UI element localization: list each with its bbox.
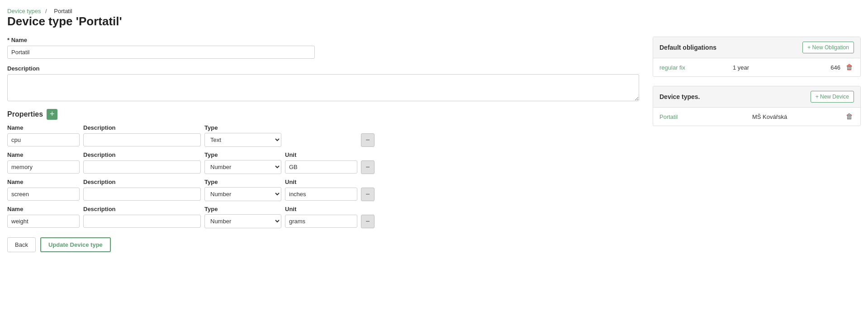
- property-unit-input-4[interactable]: [285, 215, 357, 228]
- property-description-input-1[interactable]: [83, 133, 201, 146]
- col-name-label-1: Name: [7, 124, 80, 131]
- device-type-name-link[interactable]: Portatil: [659, 113, 748, 120]
- property-row: Text Number −: [7, 187, 639, 201]
- property-description-input-4[interactable]: [83, 215, 201, 228]
- property-header-row-4: Name Description Type Unit: [7, 206, 639, 212]
- new-obligation-button[interactable]: + New Obligation: [802, 42, 854, 53]
- add-property-button[interactable]: +: [47, 109, 57, 120]
- description-field-group: Description: [7, 65, 639, 103]
- property-row: Text Number −: [7, 214, 639, 228]
- obligation-name-link[interactable]: regular fix: [659, 64, 728, 71]
- name-field-group: * Name: [7, 37, 639, 59]
- name-label: * Name: [7, 37, 639, 43]
- col-unit-label-3: Unit: [285, 179, 357, 185]
- left-panel: * Name Description Properties + Name Des…: [7, 37, 639, 252]
- breadcrumb-parent[interactable]: Device types: [7, 8, 41, 14]
- col-type-label-3: Type: [204, 179, 281, 185]
- page-title: Device type 'Portatil': [7, 14, 861, 28]
- description-input[interactable]: [7, 74, 639, 101]
- property-name-input-4[interactable]: [7, 215, 80, 228]
- device-types-panel-title: Device types.: [659, 93, 700, 100]
- property-type-select-4[interactable]: Text Number: [204, 214, 281, 228]
- col-unit-label-1: [285, 124, 357, 131]
- remove-property-button-1[interactable]: −: [361, 133, 375, 147]
- col-unit-label-2: Unit: [285, 151, 357, 158]
- property-description-input-2[interactable]: [83, 160, 201, 174]
- remove-property-button-4[interactable]: −: [361, 215, 375, 228]
- new-device-button[interactable]: + New Device: [811, 91, 854, 103]
- col-type-label-4: Type: [204, 206, 281, 212]
- property-name-input-2[interactable]: [7, 160, 80, 174]
- obligations-panel: Default obligations + New Obligation reg…: [653, 37, 861, 77]
- delete-obligation-button[interactable]: 🗑: [845, 62, 854, 72]
- obligation-period: 1 year: [733, 64, 802, 71]
- obligations-panel-header: Default obligations + New Obligation: [653, 37, 860, 58]
- col-type-label-1: Type: [204, 124, 281, 131]
- col-name-label-2: Name: [7, 151, 80, 158]
- obligation-value: 646: [806, 64, 840, 71]
- device-types-panel-header: Device types. + New Device: [653, 86, 860, 108]
- property-header-row-1: Name Description Type: [7, 124, 639, 131]
- properties-label: Properties: [7, 110, 43, 118]
- property-type-select-3[interactable]: Text Number: [204, 187, 281, 201]
- property-type-select-2[interactable]: Text Number: [204, 160, 281, 174]
- properties-section-title: Properties +: [7, 109, 639, 120]
- property-row: Text Number −: [7, 160, 639, 174]
- delete-device-type-button[interactable]: 🗑: [845, 112, 854, 122]
- properties-table: Name Description Type Text Number − Name: [7, 124, 639, 228]
- property-header-row-3: Name Description Type Unit: [7, 179, 639, 185]
- obligations-panel-title: Default obligations: [659, 44, 716, 51]
- device-type-location: MŠ Kovářská: [752, 113, 840, 120]
- device-type-item: Portatil MŠ Kovářská 🗑: [653, 108, 860, 126]
- property-row: Text Number −: [7, 133, 639, 147]
- property-type-select-1[interactable]: Text Number: [204, 133, 281, 147]
- property-name-input-3[interactable]: [7, 188, 80, 201]
- property-header-row-2: Name Description Type Unit: [7, 151, 639, 158]
- device-types-panel: Device types. + New Device Portatil MŠ K…: [653, 86, 861, 126]
- col-name-label-4: Name: [7, 206, 80, 212]
- property-unit-input-2[interactable]: [285, 160, 357, 174]
- right-panel: Default obligations + New Obligation reg…: [653, 37, 861, 252]
- col-name-label-3: Name: [7, 179, 80, 185]
- breadcrumb-separator: /: [45, 8, 47, 14]
- property-name-input-1[interactable]: [7, 133, 80, 146]
- back-button[interactable]: Back: [7, 237, 36, 252]
- description-label: Description: [7, 65, 639, 72]
- remove-property-button-3[interactable]: −: [361, 188, 375, 201]
- property-description-input-3[interactable]: [83, 188, 201, 201]
- property-unit-input-3[interactable]: [285, 188, 357, 201]
- col-description-label-1: Description: [83, 124, 201, 131]
- breadcrumb-current: Portatil: [54, 8, 72, 14]
- obligation-item: regular fix 1 year 646 🗑: [653, 58, 860, 76]
- name-input[interactable]: [7, 46, 315, 59]
- col-description-label-4: Description: [83, 206, 201, 212]
- col-description-label-3: Description: [83, 179, 201, 185]
- col-unit-label-4: Unit: [285, 206, 357, 212]
- breadcrumb: Device types / Portatil: [7, 7, 861, 14]
- update-device-type-button[interactable]: Update Device type: [40, 237, 111, 252]
- col-description-label-2: Description: [83, 151, 201, 158]
- remove-property-button-2[interactable]: −: [361, 160, 375, 174]
- col-type-label-2: Type: [204, 151, 281, 158]
- action-bar: Back Update Device type: [7, 237, 639, 252]
